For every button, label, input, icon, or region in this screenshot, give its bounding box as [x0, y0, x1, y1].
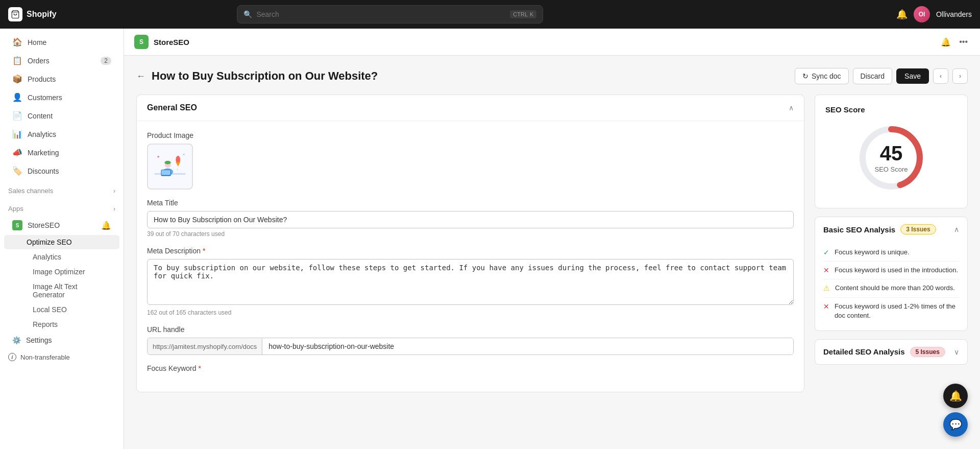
page-title: How to Buy Subscription on Our Website?: [152, 69, 378, 83]
info-icon: i: [8, 353, 16, 361]
products-icon: 📦: [12, 74, 22, 84]
prev-button[interactable]: ‹: [933, 68, 948, 84]
url-input-wrapper: https://jamitest.myshopify.com/docs: [147, 338, 794, 355]
sales-channels-section[interactable]: Sales channels ›: [0, 184, 124, 198]
sidebar-item-home[interactable]: 🏠 Home: [4, 33, 119, 51]
content-icon: 📄: [12, 111, 22, 121]
detailed-seo-header: Detailed SEO Analysis 5 Issues ∨: [815, 340, 967, 364]
sidebar-item-optimize-seo[interactable]: Optimize SEO: [4, 235, 119, 249]
sidebar-item-analytics[interactable]: 📊 Analytics: [4, 125, 119, 143]
svg-text:★: ★: [157, 155, 160, 158]
non-transferable-section: i Non-transferable: [0, 349, 124, 365]
svg-text:✦: ✦: [177, 168, 179, 171]
sidebar-item-local-seo[interactable]: Local SEO: [4, 302, 119, 317]
marketing-icon: 📣: [12, 148, 22, 157]
discard-button[interactable]: Discard: [853, 68, 892, 84]
sidebar-item-analytics-sub[interactable]: Analytics: [4, 250, 119, 264]
product-image-label: Product Image: [147, 131, 794, 139]
chat-floating-button[interactable]: 💬: [943, 412, 968, 437]
general-seo-body: Product Image: [137, 121, 804, 392]
check-icon-1: ✓: [823, 248, 829, 256]
right-column: SEO Score: [815, 94, 968, 400]
shopify-wordmark: Shopify: [27, 10, 57, 19]
orders-badge: 2: [101, 57, 111, 65]
apps-label: Apps: [8, 205, 23, 212]
meta-description-textarea[interactable]: To buy subscription on our website, foll…: [147, 259, 794, 305]
analysis-text-2: Focus keyword is used in the introductio…: [835, 266, 958, 275]
home-icon: 🏠: [12, 37, 22, 47]
detailed-seo-card: Detailed SEO Analysis 5 Issues ∨: [815, 339, 968, 365]
url-handle-input[interactable]: [262, 338, 793, 355]
url-handle-label: URL handle: [147, 325, 794, 334]
svg-rect-6: [161, 170, 170, 175]
meta-description-group: Meta Description * To buy subscription o…: [147, 247, 794, 316]
notification-floating-button[interactable]: 🔔: [943, 384, 968, 408]
sync-icon: ↻: [802, 72, 808, 80]
sidebar-label-content: Content: [28, 112, 53, 120]
shopify-logo: Shopify: [8, 7, 57, 21]
next-button[interactable]: ›: [952, 68, 968, 84]
basic-seo-issues-badge: 3 Issues: [900, 224, 936, 234]
sidebar-item-customers[interactable]: 👤 Customers: [4, 88, 119, 106]
storeseo-bell-icon: 🔔: [101, 221, 111, 230]
header-bell-icon[interactable]: 🔔: [939, 35, 953, 49]
sidebar-item-orders[interactable]: 📋 Orders 2: [4, 52, 119, 69]
sidebar-label-home: Home: [28, 38, 46, 46]
analytics-icon: 📊: [12, 129, 22, 139]
app-header-left: S StoreSEO: [134, 35, 189, 49]
sync-doc-button[interactable]: ↻ Sync doc: [795, 68, 849, 84]
score-number: 45: [874, 143, 908, 163]
basic-seo-collapse-icon[interactable]: ∧: [954, 225, 959, 233]
basic-seo-card: Basic SEO Analysis 3 Issues ∧ ✓ Focus ke…: [815, 217, 968, 331]
left-column: General SEO ∧ Product Image: [136, 94, 804, 400]
product-image-group: Product Image: [147, 131, 794, 190]
search-bar[interactable]: 🔍 CTRL K: [237, 5, 543, 23]
page-title-row: ← How to Buy Subscription on Our Website…: [136, 69, 378, 83]
sidebar-item-settings[interactable]: ⚙️ Settings: [4, 332, 119, 348]
seo-score-card: SEO Score: [815, 94, 968, 208]
sidebar-label-customers: Customers: [28, 93, 62, 102]
notification-bell-icon[interactable]: 🔔: [896, 9, 908, 20]
analysis-text-1: Focus keyword is unique.: [835, 248, 910, 257]
general-seo-header: General SEO ∧: [137, 95, 804, 121]
avatar[interactable]: Ol: [914, 6, 930, 22]
apps-section[interactable]: Apps ›: [0, 202, 124, 216]
save-button[interactable]: Save: [896, 68, 929, 84]
back-button[interactable]: ←: [136, 71, 145, 82]
product-image: ★ ★ ✦: [147, 144, 193, 190]
seo-score-card-title: SEO Score: [825, 105, 957, 114]
sidebar-label-products: Products: [28, 75, 56, 83]
search-icon: 🔍: [243, 10, 252, 18]
sidebar-label-orders: Orders: [28, 57, 50, 65]
header-more-icon[interactable]: •••: [957, 35, 970, 49]
non-transferable-label: Non-transferable: [20, 353, 70, 361]
image-alt-text-label: Image Alt Text Generator: [33, 282, 111, 299]
svg-marker-8: [176, 162, 180, 167]
sidebar-item-products[interactable]: 📦 Products: [4, 70, 119, 88]
cross-icon-4: ✕: [823, 302, 829, 311]
focus-keyword-label: Focus Keyword *: [147, 364, 794, 372]
sidebar-item-storeseo[interactable]: S StoreSEO 🔔: [4, 216, 119, 234]
seo-score-circle: 45 SEO Score: [855, 122, 927, 194]
analysis-text-3: Content should be more than 200 words.: [835, 283, 955, 293]
sidebar-item-reports[interactable]: Reports: [4, 317, 119, 332]
search-input[interactable]: [256, 10, 506, 18]
topbar: Shopify 🔍 CTRL K 🔔 Ol Ollivanders: [0, 0, 980, 29]
focus-keyword-group: Focus Keyword *: [147, 364, 794, 372]
sidebar-item-content[interactable]: 📄 Content: [4, 107, 119, 125]
basic-seo-header: Basic SEO Analysis 3 Issues ∧: [815, 217, 967, 242]
two-col-layout: General SEO ∧ Product Image: [136, 94, 968, 400]
detailed-seo-title: Detailed SEO Analysis: [823, 347, 905, 356]
detailed-seo-collapse-icon[interactable]: ∨: [954, 348, 959, 356]
sidebar-item-marketing[interactable]: 📣 Marketing: [4, 144, 119, 161]
storeseo-label: StoreSEO: [28, 221, 60, 229]
sidebar-item-image-optimizer[interactable]: Image Optimizer: [4, 265, 119, 279]
sidebar-item-image-alt-text[interactable]: Image Alt Text Generator: [4, 279, 119, 302]
app-header: S StoreSEO 🔔 •••: [124, 29, 980, 56]
general-seo-card: General SEO ∧ Product Image: [136, 94, 804, 392]
local-seo-label: Local SEO: [33, 305, 67, 314]
meta-title-input[interactable]: [147, 211, 794, 228]
url-prefix: https://jamitest.myshopify.com/docs: [148, 339, 262, 355]
collapse-icon[interactable]: ∧: [789, 104, 794, 112]
sidebar-item-discounts[interactable]: 🏷️ Discounts: [4, 162, 119, 180]
